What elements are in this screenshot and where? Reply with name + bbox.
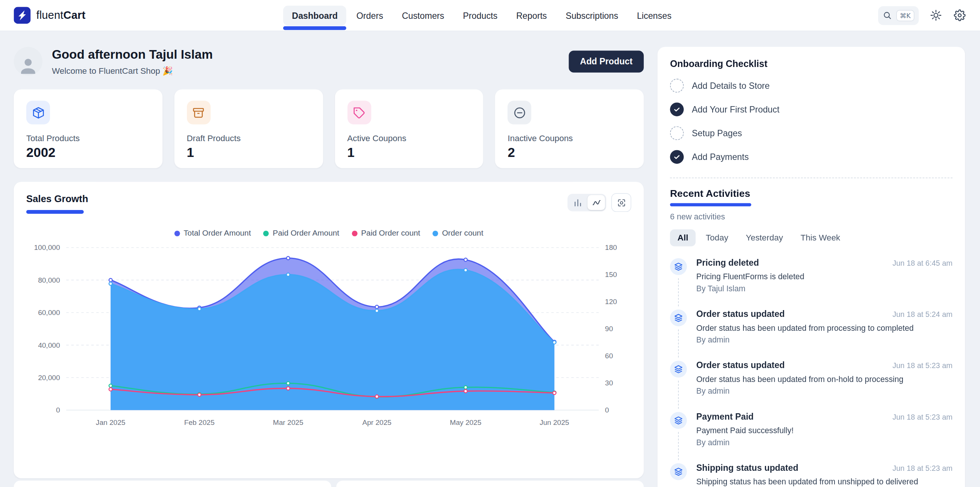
activity-item: Pricing deletedJun 18 at 6:45 am Pricing… xyxy=(670,257,953,296)
svg-text:60: 60 xyxy=(605,352,613,360)
nav-item-subscriptions[interactable]: Subscriptions xyxy=(557,5,627,25)
package-icon xyxy=(26,101,50,124)
main-content: Good afternoon Tajul Islam Welcome to Fl… xyxy=(0,31,980,487)
checklist-item-store-details[interactable]: Add Details to Store xyxy=(670,74,953,97)
settings-button[interactable] xyxy=(953,8,966,22)
stat-value: 2 xyxy=(508,145,632,160)
activity-author: By admin xyxy=(696,386,952,396)
below-cards-row xyxy=(14,481,644,487)
archive-icon xyxy=(187,101,211,124)
topbar: fluentCart Dashboard Orders Customers Pr… xyxy=(0,0,980,31)
circle-minus-icon xyxy=(508,101,531,124)
stat-value: 1 xyxy=(187,145,310,160)
sales-growth-card: Sales Growth xyxy=(14,182,644,478)
nav-item-orders[interactable]: Orders xyxy=(347,5,392,25)
activity-timestamp: Jun 18 at 6:45 am xyxy=(892,259,953,268)
tab-this-week[interactable]: This Week xyxy=(793,230,848,246)
app-root: fluentCart Dashboard Orders Customers Pr… xyxy=(0,0,980,487)
svg-text:120: 120 xyxy=(605,298,617,306)
checklist-item-add-payments[interactable]: Add Payments xyxy=(670,145,953,169)
partial-card-left xyxy=(14,481,331,487)
activity-item: Shipping status updatedJun 18 at 5:23 am… xyxy=(670,463,953,487)
brand-name: fluentCart xyxy=(36,9,85,22)
layers-icon xyxy=(670,361,687,377)
stat-label: Draft Products xyxy=(187,134,310,143)
avatar xyxy=(14,47,43,76)
checklist-item-first-product[interactable]: Add Your First Product xyxy=(670,97,953,121)
activity-item: Order status updatedJun 18 at 5:23 am Or… xyxy=(670,360,953,399)
layers-icon xyxy=(670,463,687,480)
main-nav: Dashboard Orders Customers Products Repo… xyxy=(283,0,680,30)
greeting-row: Good afternoon Tajul Islam Welcome to Fl… xyxy=(14,47,644,76)
legend-item[interactable]: Total Order Amount xyxy=(174,229,251,238)
layers-icon xyxy=(670,412,687,429)
legend-item[interactable]: Paid Order Amount xyxy=(263,229,339,238)
sales-growth-chart: 020,00040,00060,00080,000100,00003060901… xyxy=(26,240,632,430)
stat-label: Total Products xyxy=(26,134,150,143)
theme-toggle-button[interactable] xyxy=(929,8,943,22)
line-chart-button[interactable] xyxy=(587,195,605,210)
nav-item-reports[interactable]: Reports xyxy=(508,5,556,25)
svg-text:Mar 2025: Mar 2025 xyxy=(273,418,304,426)
chart-type-segment xyxy=(568,194,606,211)
person-icon xyxy=(18,54,39,76)
legend-dot-icon xyxy=(433,230,439,236)
svg-text:Apr 2025: Apr 2025 xyxy=(362,418,391,426)
chart-legend: Total Order AmountPaid Order AmountPaid … xyxy=(26,229,632,238)
stat-value: 2002 xyxy=(26,145,150,160)
svg-text:30: 30 xyxy=(605,379,613,387)
unchecked-circle-icon xyxy=(670,126,684,141)
right-panel: Onboarding Checklist Add Details to Stor… xyxy=(657,47,965,487)
nav-item-products[interactable]: Products xyxy=(454,5,506,25)
chart-focus-button[interactable] xyxy=(611,193,631,212)
stat-label: Inactive Coupons xyxy=(508,134,632,143)
svg-text:80,000: 80,000 xyxy=(38,276,60,284)
nav-item-licenses[interactable]: Licenses xyxy=(628,5,680,25)
unchecked-circle-icon xyxy=(670,79,684,93)
svg-text:Feb 2025: Feb 2025 xyxy=(184,418,215,426)
svg-text:0: 0 xyxy=(56,406,60,414)
greeting-text: Good afternoon Tajul Islam Welcome to Fl… xyxy=(52,47,213,75)
stat-card-total-products: Total Products 2002 xyxy=(14,89,162,168)
activity-description: Order status has been updated from on-ho… xyxy=(696,374,952,384)
partial-card-right xyxy=(336,481,644,487)
topbar-actions: ⌘K xyxy=(878,6,966,25)
bar-chart-button[interactable] xyxy=(569,195,586,210)
activity-author: By admin xyxy=(696,438,952,447)
tab-all[interactable]: All xyxy=(670,230,696,246)
recent-activities-title: Recent Activities xyxy=(670,188,953,200)
stat-label: Active Coupons xyxy=(347,134,471,143)
activity-description: Pricing FluentForms is deleted xyxy=(696,272,952,281)
svg-text:90: 90 xyxy=(605,325,613,333)
add-product-button[interactable]: Add Product xyxy=(569,50,643,72)
greeting-title: Good afternoon Tajul Islam xyxy=(52,47,213,61)
divider xyxy=(670,178,953,179)
activity-item: Payment PaidJun 18 at 5:23 am Payment Pa… xyxy=(670,411,953,450)
brand[interactable]: fluentCart xyxy=(14,7,86,24)
activity-description: Shipping status has been updated from un… xyxy=(696,477,952,486)
stats-row: Total Products 2002 Draft Products 1 Act… xyxy=(14,89,644,168)
tab-yesterday[interactable]: Yesterday xyxy=(738,230,791,246)
tag-icon xyxy=(347,101,371,124)
legend-item[interactable]: Paid Order count xyxy=(352,229,420,238)
svg-text:180: 180 xyxy=(605,244,617,251)
nav-item-dashboard[interactable]: Dashboard xyxy=(283,5,346,25)
legend-item[interactable]: Order count xyxy=(433,229,484,238)
svg-text:May 2025: May 2025 xyxy=(450,418,481,426)
activity-author: By Tajul Islam xyxy=(696,284,952,293)
svg-text:Jan 2025: Jan 2025 xyxy=(96,418,126,426)
legend-dot-icon xyxy=(263,230,269,236)
legend-dot-icon xyxy=(352,230,357,236)
nav-item-customers[interactable]: Customers xyxy=(393,5,453,25)
greeting-subtitle: Welcome to FluentCart Shop 🎉 xyxy=(52,65,213,76)
activity-list: Pricing deletedJun 18 at 6:45 am Pricing… xyxy=(670,257,953,487)
activity-author: By admin xyxy=(696,335,952,344)
gear-icon xyxy=(953,10,965,21)
stat-card-inactive-coupons: Inactive Coupons 2 xyxy=(495,89,644,168)
bar-chart-icon xyxy=(573,198,582,208)
svg-text:60,000: 60,000 xyxy=(38,308,60,316)
search-button[interactable]: ⌘K xyxy=(878,6,919,25)
checklist-item-setup-pages[interactable]: Setup Pages xyxy=(670,121,953,145)
tab-today[interactable]: Today xyxy=(698,230,736,246)
svg-text:40,000: 40,000 xyxy=(38,341,60,349)
